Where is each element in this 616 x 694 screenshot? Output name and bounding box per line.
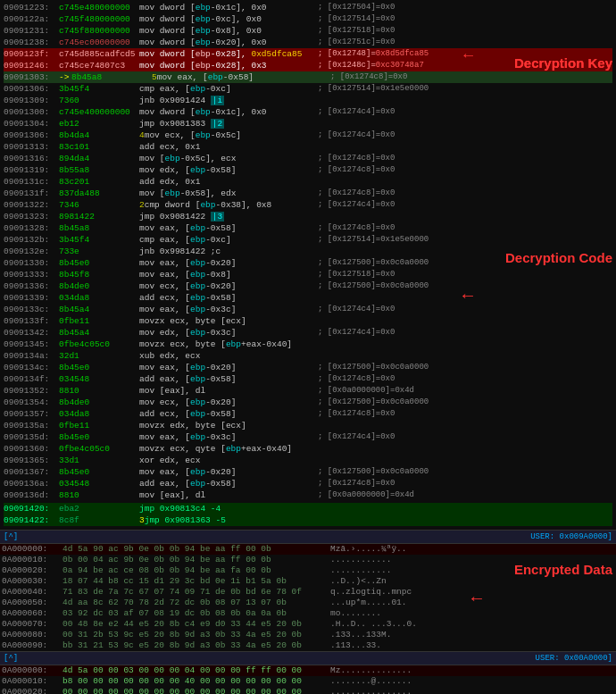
original-file-section[interactable]: 0A000000: 4d 5a 00 00 03 00 00 00 04 00 … [0, 665, 616, 694]
disasm-line: 09091354: 8b4de0 mov ecx, [ebp-0x20] ; [… [4, 397, 612, 408]
disasm-line: 09091303: -> 8b45a8 5mov eax, [ebp-0x58]… [4, 71, 612, 83]
disasm-line-jump1: 09091420: eba2 jmp 0x90813c4 -4 [4, 503, 612, 514]
disasm-line: 09091328: 8b45a8 mov eax, [ebp-0x58] ; [… [4, 222, 612, 234]
disasm-line: 09091300: c745e400000000 mov dword [ebp-… [4, 106, 612, 118]
disasm-line: 09091342: 8b45a4 mov edx, [ebp-0x3c] ; [… [4, 327, 612, 339]
disasm-line: 09091313: 83c101 add ecx, 0x1 [4, 141, 612, 153]
disasm-line: 09091306: 3b45f4 cmp eax, [ebp-0xc] ; [0… [4, 83, 612, 95]
disasm-line: 09091333: 8b45f8 mov eax, [ebp-0x8] ; [0… [4, 269, 612, 280]
disasm-line: 0909134c: 8b45e0 mov eax, [ebp-0x20] ; [… [4, 362, 612, 373]
disasm-line: 09091319: 8b55a8 mov edx, [ebp-0x58] ; [… [4, 164, 612, 176]
disasm-section[interactable]: 09091223: c745e480000000 mov dword [ebp-… [0, 0, 616, 530]
hex-line: 0A000030: 18 07 44 b8 cc 15 d1 29 3c bd … [0, 576, 616, 587]
decryption-key-annotation: Decryption Key [514, 55, 612, 71]
disasm-line: 0909135a: 0fbe11 movzx edx, byte [ecx] [4, 420, 612, 431]
hex-line: 0A000090: bb 31 21 53 9c e5 20 8b 9d a3 … [0, 640, 616, 651]
disasm-line: 09091316: 894da4 mov [ebp-0x5c], ecx ; [… [4, 153, 612, 164]
decryption-code-arrow: ← [462, 286, 473, 306]
disasm-line: 09091323: 8981422 jmp 0x9081422 |3 [4, 211, 612, 222]
encrypted-data-arrow: ← [471, 589, 482, 609]
disasm-line: 09091309: 7360 jnb 0x9091424 |i [4, 95, 612, 106]
encrypted-data-section[interactable]: 0A000000: 4d 5a 90 ac 9b 0e 0b 0b 94 be … [0, 544, 616, 651]
hex-line: 0A000010: b8 00 00 00 00 00 00 00 40 00 … [0, 676, 616, 687]
decryption-key-arrow: ← [463, 46, 473, 64]
disasm-line: 09091306: 8b4da4 4mov ecx, [ebp-0x5c] ; … [4, 130, 612, 141]
disasm-line: 09091223: c745e480000000 mov dword [ebp-… [4, 2, 612, 13]
hex-line: 0A000070: 00 48 8e e2 44 e5 20 8b c4 e9 … [0, 619, 616, 630]
disasm-line: 0909132b: 3b45f4 cmp eax, [ebp-0xc] ; [0… [4, 234, 612, 246]
disasm-line: 0909131f: 837da488 mov [ebp-0x58], edx ;… [4, 188, 612, 199]
hex-line: 0A000050: 4d aa 8c 62 70 78 2d 72 dc 0b … [0, 598, 616, 608]
disasm-line: 09091231: c745f880000000 mov dword [ebp-… [4, 25, 612, 37]
disasm-line: 09091304: eb12 jmp 0x9081383 |2 [4, 118, 612, 130]
disasm-line: 09091360: 0fbe4c05c0 movzx ecx, qyte [eb… [4, 443, 612, 455]
disasm-line: 09091322: 7346 2cmp dword [ebp-0x38], 0x… [4, 199, 612, 211]
disasm-line: 0909134a: 32d1 xub edx, ecx [4, 350, 612, 362]
disasm-line: 0909135d: 8b45e0 mov eax, [ebp-0x3c] ; [… [4, 431, 612, 443]
disasm-line: 09091345: 0fbe4c05c0 movzx ecx, byte [eb… [4, 339, 612, 350]
hex-line: 0A000000: 4d 5a 90 ac 9b 0e 0b 0b 94 be … [0, 544, 616, 555]
disasm-line: 0909133f: 0fbe11 movzx ecx, byte [ecx] [4, 315, 612, 327]
disasm-line: 0909136a: 034548 add eax, [ebp-0x58] ; [… [4, 478, 612, 489]
hex-line: 0A000000: 4d 5a 00 00 03 00 00 00 04 00 … [0, 665, 616, 676]
disasm-line: 09091238: c745ec00000000 mov dword [ebp-… [4, 37, 612, 48]
disasm-line: 09091357: 034da8 add ecx, [ebp-0x58] ; [… [4, 408, 612, 420]
hex-line: 0A000040: 71 83 de 7a 7c 67 07 74 09 71 … [0, 587, 616, 598]
disasm-line: 0909133c: 8b45a4 mov eax, [ebp-0x3c] ; [… [4, 304, 612, 315]
disasm-line: 09091336: 8b4de0 mov ecx, [ebp-0x20] ; [… [4, 280, 612, 292]
disasm-line: 0909131c: 83c201 add edx, 0x1 [4, 176, 612, 188]
disasm-line: 09091367: 8b45e0 mov eax, [ebp-0x20] ; [… [4, 466, 612, 478]
hex-line: 0A000080: 00 31 2b 53 9c e5 20 8b 9d a3 … [0, 630, 616, 640]
main-container: 09091223: c745e480000000 mov dword [ebp-… [0, 0, 616, 694]
hex-section2-header: [^] USER: 0x00A0000] [0, 651, 616, 665]
disasm-line-jump2: 09091422: 8c8f 3jmp 0x9081363 -5 [4, 514, 612, 526]
disasm-line: 09091352: 8810 mov [eax], dl ; [0x0a0000… [4, 385, 612, 397]
disasm-line: 0909136d: 8810 mov [eax], dl ; [0x0a0000… [4, 489, 612, 501]
hex-section1-header: [^] USER: 0x009A0000] [0, 530, 616, 544]
disasm-line: 0909122a: c745f480000000 mov dword [ebp-… [4, 13, 612, 25]
disasm-line: 09091339: 034da8 add ecx, [ebp-0x58] [4, 292, 612, 304]
disasm-line: 0909134f: 034548 add eax, [ebp-0x58] ; [… [4, 373, 612, 385]
decryption-code-annotation: Decryption Code [505, 250, 612, 265]
hex-line: 0A000060: 03 92 dc 03 af 07 08 19 dc 0b … [0, 608, 616, 619]
encrypted-data-annotation: Encrypted Data [514, 562, 612, 577]
disasm-line: 09091365: 33d1 xor edx, ecx [4, 455, 612, 466]
